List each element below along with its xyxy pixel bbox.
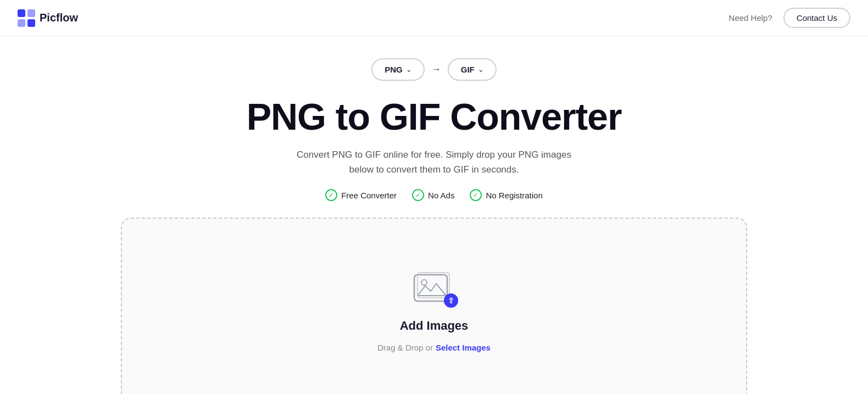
badge-free-converter: ✓ Free Converter: [325, 189, 397, 201]
format-arrow-icon: →: [431, 64, 441, 75]
from-format-label: PNG: [385, 65, 403, 74]
feature-badges: ✓ Free Converter ✓ No Ads ✓ No Registrat…: [325, 189, 543, 201]
badge-no-registration: ✓ No Registration: [470, 189, 542, 201]
check-icon-ads: ✓: [412, 189, 424, 201]
drag-drop-text: Drag & Drop or: [377, 343, 433, 352]
picflow-logo-icon: [18, 9, 35, 27]
svg-point-5: [421, 280, 427, 285]
badge-ads-label: No Ads: [428, 191, 454, 200]
select-images-link[interactable]: Select Images: [436, 343, 491, 352]
logo[interactable]: Picflow: [18, 9, 78, 27]
add-images-label: Add Images: [400, 319, 469, 333]
contact-us-button[interactable]: Contact Us: [783, 8, 850, 28]
badge-no-ads: ✓ No Ads: [412, 189, 454, 201]
from-format-chevron-icon: ⌄: [406, 66, 411, 74]
check-icon-registration: ✓: [470, 189, 482, 201]
badge-free-label: Free Converter: [341, 191, 397, 200]
badge-registration-label: No Registration: [486, 191, 542, 200]
drop-hint: Drag & Drop or Select Images: [377, 343, 491, 352]
page-subtitle: Convert PNG to GIF online for free. Simp…: [291, 147, 577, 177]
from-format-button[interactable]: PNG ⌄: [371, 58, 425, 81]
page-title: PNG to GIF Converter: [247, 96, 622, 137]
svg-rect-3: [27, 19, 35, 27]
need-help-text: Need Help?: [729, 13, 772, 23]
svg-rect-0: [18, 9, 25, 17]
check-icon-free: ✓: [325, 189, 337, 201]
dropzone[interactable]: ⇧ Add Images Drag & Drop or Select Image…: [121, 218, 747, 394]
format-selector: PNG ⌄ → GIF ⌄: [371, 58, 497, 81]
svg-rect-2: [18, 19, 25, 27]
to-format-label: GIF: [461, 65, 475, 74]
upload-icon-wrap: ⇧: [412, 270, 456, 309]
to-format-button[interactable]: GIF ⌄: [448, 58, 497, 81]
nav-right: Need Help? Contact Us: [729, 8, 850, 28]
navbar: Picflow Need Help? Contact Us: [0, 0, 868, 36]
logo-text: Picflow: [40, 12, 78, 24]
main-content: PNG ⌄ → GIF ⌄ PNG to GIF Converter Conve…: [0, 36, 868, 394]
svg-rect-1: [27, 9, 35, 17]
to-format-chevron-icon: ⌄: [478, 66, 483, 74]
upload-plus-badge: ⇧: [444, 293, 458, 308]
